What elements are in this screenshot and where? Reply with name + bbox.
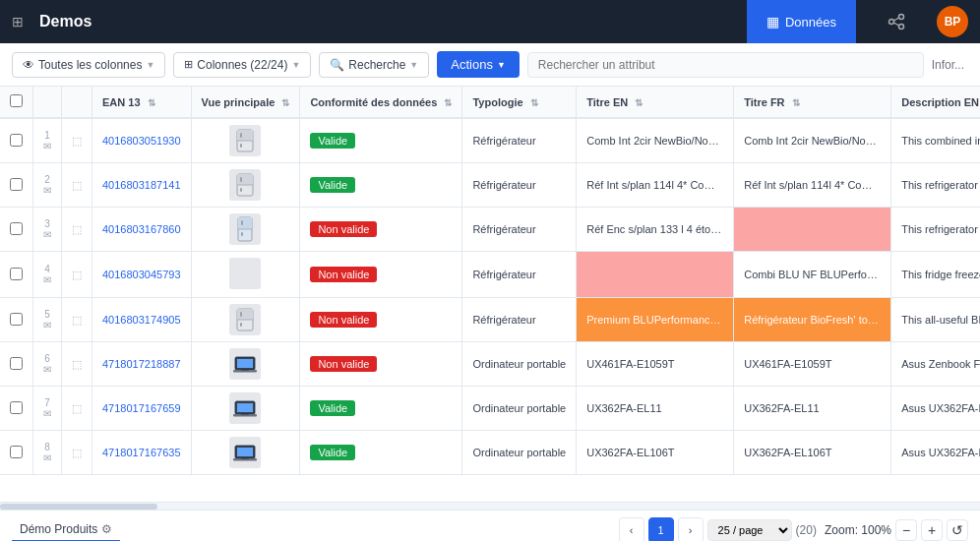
row-action-icon[interactable]: ⬚ xyxy=(62,163,92,208)
columns-button[interactable]: ⊞ Colonnes (22/24) ▼ xyxy=(173,52,311,78)
row-thumbnail xyxy=(191,252,300,298)
svg-rect-36 xyxy=(241,458,249,459)
row-checkbox-cell[interactable] xyxy=(0,387,33,431)
row-msg-icon[interactable]: ✉ xyxy=(43,452,51,463)
row-action-icon[interactable]: ⬚ xyxy=(62,118,92,163)
row-checkbox-cell[interactable] xyxy=(0,298,33,342)
table-row: 7✉⬚4718017167659 ValideOrdinateur portab… xyxy=(0,387,980,431)
table-row: 6✉⬚4718017218887 Non valideOrdinateur po… xyxy=(0,342,980,387)
row-checkbox[interactable] xyxy=(10,313,23,326)
header-typologie[interactable]: Typologie ⇅ xyxy=(462,87,577,118)
sort-icon-2: ⇅ xyxy=(281,97,289,108)
row-msg-icon[interactable]: ✉ xyxy=(43,229,51,240)
row-conformite: Non valide xyxy=(300,252,462,298)
search-attribute-input[interactable] xyxy=(527,52,924,78)
header-num xyxy=(33,87,62,118)
row-checkbox[interactable] xyxy=(10,401,23,414)
conformite-badge: Non valide xyxy=(310,312,377,328)
row-checkbox-cell[interactable] xyxy=(0,118,33,163)
per-page-select[interactable]: 25 / page 50 / page 100 / page xyxy=(707,519,792,541)
row-checkbox-cell[interactable] xyxy=(0,431,33,475)
chevron-icon-3: ▼ xyxy=(409,60,418,70)
row-conformite: Non valide xyxy=(300,208,462,252)
row-action-icon[interactable]: ⬚ xyxy=(62,208,92,252)
conformite-badge: Non valide xyxy=(310,267,377,282)
row-number: 1✉ xyxy=(33,118,62,163)
row-action-icon[interactable]: ⬚ xyxy=(62,387,92,431)
row-action-icon[interactable]: ⬚ xyxy=(62,252,92,298)
zoom-minus-button[interactable]: − xyxy=(895,519,917,541)
row-msg-icon[interactable]: ✉ xyxy=(43,185,51,196)
zoom-plus-button[interactable]: + xyxy=(921,519,943,541)
row-msg-icon[interactable]: ✉ xyxy=(43,141,51,151)
next-page-button[interactable]: › xyxy=(678,517,704,542)
header-ean13[interactable]: EAN 13 ⇅ xyxy=(92,87,192,118)
tab-workflow[interactable] xyxy=(868,0,925,43)
row-number: 8✉ xyxy=(33,431,62,475)
row-typologie: Ordinateur portable xyxy=(462,431,577,475)
row-checkbox-cell[interactable] xyxy=(0,342,33,387)
row-checkbox-cell[interactable] xyxy=(0,163,33,208)
data-tab-icon: ▦ xyxy=(766,14,779,30)
data-table: EAN 13 ⇅ Vue principale ⇅ Conformité des… xyxy=(0,87,980,475)
row-checkbox-cell[interactable] xyxy=(0,252,33,298)
row-checkbox[interactable] xyxy=(10,178,23,191)
svg-rect-19 xyxy=(241,232,243,236)
row-checkbox[interactable] xyxy=(10,134,23,147)
row-action-icon[interactable]: ⬚ xyxy=(62,342,92,387)
settings-icon[interactable]: ⚙ xyxy=(101,522,112,536)
header-titre-en[interactable]: Titre EN ⇅ xyxy=(577,87,734,118)
table-body: 1✉⬚4016803051930 ValideRéfrigérateurComb… xyxy=(0,118,980,475)
svg-point-2 xyxy=(899,25,904,30)
row-msg-icon[interactable]: ✉ xyxy=(43,364,51,375)
row-msg-icon[interactable]: ✉ xyxy=(43,320,51,331)
scrollbar-thumb[interactable] xyxy=(0,504,157,510)
row-desc-en: Asus UX362FA-EL969T 13.3 "... Book PC To… xyxy=(891,387,980,431)
tab-data[interactable]: ▦ Données xyxy=(747,0,856,43)
current-page-button[interactable]: 1 xyxy=(648,517,674,542)
row-checkbox-cell[interactable] xyxy=(0,208,33,252)
chevron-icon-4: ▼ xyxy=(497,60,506,70)
all-columns-button[interactable]: 👁 Toutes les colonnes ▼ xyxy=(12,52,165,78)
conformite-badge: Non valide xyxy=(310,356,377,372)
row-conformite: Non valide xyxy=(300,342,462,387)
header-checkbox[interactable] xyxy=(0,87,33,118)
row-action-icon[interactable]: ⬚ xyxy=(62,298,92,342)
prev-page-button[interactable]: ‹ xyxy=(619,517,644,542)
footer-tab-demo[interactable]: Démo Produits ⚙ xyxy=(12,518,120,542)
data-table-wrapper: EAN 13 ⇅ Vue principale ⇅ Conformité des… xyxy=(0,87,980,502)
sort-icon-4: ⇅ xyxy=(530,97,538,108)
select-all-checkbox[interactable] xyxy=(10,94,23,107)
zoom-label: Zoom: 100% xyxy=(825,523,891,537)
search-button[interactable]: 🔍 Recherche ▼ xyxy=(319,52,429,78)
header-conformite[interactable]: Conformité des données ⇅ xyxy=(300,87,462,118)
row-msg-icon[interactable]: ✉ xyxy=(43,408,51,419)
svg-rect-23 xyxy=(240,323,242,327)
refresh-button[interactable]: ↺ xyxy=(947,519,968,541)
footer-tab-label: Démo Produits xyxy=(20,522,97,536)
header-titre-fr[interactable]: Titre FR ⇅ xyxy=(734,87,891,118)
row-msg-icon[interactable]: ✉ xyxy=(43,274,51,285)
row-titre-fr: Combi BLU NF BLUPerformance A+++ 201 cm xyxy=(734,252,891,298)
row-checkbox[interactable] xyxy=(10,268,23,280)
actions-button[interactable]: Actions ▼ xyxy=(437,51,520,78)
row-thumbnail xyxy=(191,387,300,431)
svg-line-4 xyxy=(894,23,899,26)
total-count: (20) xyxy=(796,523,817,537)
row-action-icon[interactable]: ⬚ xyxy=(62,431,92,475)
svg-rect-28 xyxy=(241,370,249,371)
row-desc-en: This combined integrated circ... NoFrost… xyxy=(891,118,980,163)
product-thumbnail xyxy=(229,125,261,156)
user-avatar[interactable]: BP xyxy=(937,6,968,37)
pagination: ‹ 1 › 25 / page 50 / page 100 / page (20… xyxy=(619,517,817,542)
header-desc-en[interactable]: Description EN ⇅ xyxy=(891,87,980,118)
row-checkbox[interactable] xyxy=(10,446,23,458)
horizontal-scrollbar[interactable] xyxy=(0,502,980,510)
row-number: 5✉ xyxy=(33,298,62,342)
svg-rect-13 xyxy=(240,188,242,192)
svg-rect-34 xyxy=(237,448,253,456)
row-checkbox[interactable] xyxy=(10,357,23,370)
row-number: 2✉ xyxy=(33,163,62,208)
row-checkbox[interactable] xyxy=(10,222,23,235)
header-vue-principale[interactable]: Vue principale ⇅ xyxy=(191,87,300,118)
